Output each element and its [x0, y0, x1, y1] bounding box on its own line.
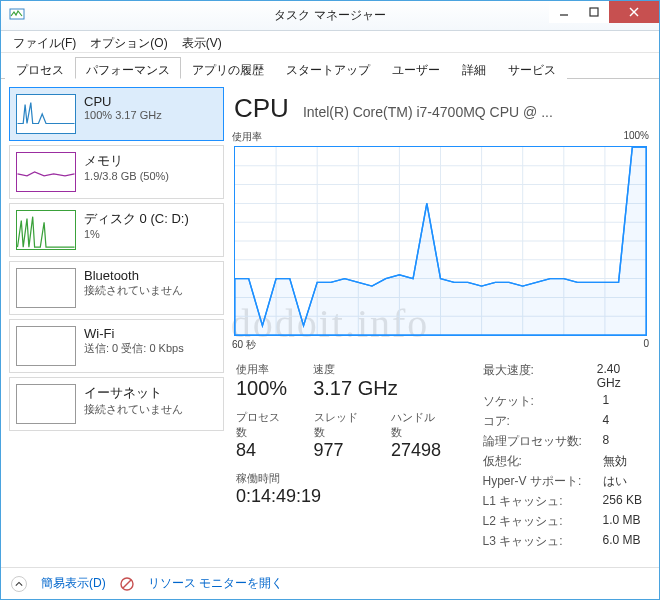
disk-thumb-icon — [16, 210, 76, 250]
spec-row-4: 仮想化:無効 — [483, 453, 645, 470]
svg-line-25 — [123, 580, 131, 588]
spec-row-2: コア:4 — [483, 413, 645, 430]
sidebar-item-label: イーサネット — [84, 384, 183, 402]
main-header: CPU Intel(R) Core(TM) i7-4700MQ CPU @ ..… — [230, 87, 651, 130]
resmon-icon — [120, 577, 134, 591]
net-thumb-icon — [16, 268, 76, 308]
stats-right: 最大速度:2.40 GHzソケット:1コア:4論理プロセッサ数:8仮想化:無効H… — [483, 362, 645, 550]
tab-1[interactable]: パフォーマンス — [75, 57, 181, 79]
stats-area: 使用率 100% 速度 3.17 GHz プロセス数 84 — [230, 352, 651, 550]
cpu-model: Intel(R) Core(TM) i7-4700MQ CPU @ ... — [303, 104, 553, 120]
stat-processes: プロセス数 84 — [236, 410, 288, 461]
tab-2[interactable]: アプリの履歴 — [181, 57, 275, 79]
main-panel: CPU Intel(R) Core(TM) i7-4700MQ CPU @ ..… — [230, 87, 651, 559]
chart-bottom-labels: 60 秒 0 — [230, 336, 651, 352]
window-buttons — [549, 1, 659, 23]
sidebar-item-sub: 1.9/3.8 GB (50%) — [84, 170, 169, 182]
stat-speed: 速度 3.17 GHz — [313, 362, 397, 400]
sidebar-item-cpu-0[interactable]: CPU100% 3.17 GHz — [9, 87, 224, 141]
sidebar-item-net-3[interactable]: Bluetooth接続されていません — [9, 261, 224, 315]
chart-top-right: 100% — [623, 130, 649, 144]
sidebar-item-net-5[interactable]: イーサネット接続されていません — [9, 377, 224, 431]
maximize-button[interactable] — [579, 1, 609, 23]
window-title: タスク マネージャー — [274, 7, 385, 24]
cpu-thumb-icon — [16, 94, 76, 134]
mem-thumb-icon — [16, 152, 76, 192]
menubar: ファイル(F) オプション(O) 表示(V) — [1, 31, 659, 53]
sidebar-item-mem-1[interactable]: メモリ1.9/3.8 GB (50%) — [9, 145, 224, 199]
stat-handles: ハンドル数 27498 — [391, 410, 443, 461]
spec-row-8: L3 キャッシュ:6.0 MB — [483, 533, 645, 550]
sidebar-item-label: CPU — [84, 94, 162, 109]
stat-threads: スレッド数 977 — [314, 410, 366, 461]
minimize-button[interactable] — [549, 1, 579, 23]
tab-0[interactable]: プロセス — [5, 57, 75, 79]
menu-option[interactable]: オプション(O) — [84, 33, 173, 52]
tab-4[interactable]: ユーザー — [381, 57, 451, 79]
chart-bottom-left: 60 秒 — [232, 338, 256, 352]
stat-usage: 使用率 100% — [236, 362, 287, 400]
stat-uptime: 稼働時間 0:14:49:19 — [236, 471, 443, 507]
fewer-details-link[interactable]: 簡易表示(D) — [41, 575, 106, 592]
spec-row-6: L1 キャッシュ:256 KB — [483, 493, 645, 510]
sidebar-item-sub: 100% 3.17 GHz — [84, 109, 162, 121]
net-thumb-icon — [16, 326, 76, 366]
sidebar-item-label: ディスク 0 (C: D:) — [84, 210, 189, 228]
spec-row-3: 論理プロセッサ数:8 — [483, 433, 645, 450]
net-thumb-icon — [16, 384, 76, 424]
sidebar-item-label: Wi-Fi — [84, 326, 184, 341]
chart-bottom-right: 0 — [643, 338, 649, 352]
spec-row-5: Hyper-V サポート:はい — [483, 473, 645, 490]
task-manager-window: タスク マネージャー ファイル(F) オプション(O) 表示(V) プロセスパフ… — [0, 0, 660, 600]
tabstrip: プロセスパフォーマンスアプリの履歴スタートアップユーザー詳細サービス — [1, 53, 659, 79]
spec-row-0: 最大速度:2.40 GHz — [483, 362, 645, 390]
chart-top-left: 使用率 — [232, 130, 262, 144]
tab-6[interactable]: サービス — [497, 57, 567, 79]
chart-top-labels: 使用率 100% — [230, 130, 651, 146]
stats-left: 使用率 100% 速度 3.17 GHz プロセス数 84 — [236, 362, 443, 550]
tab-3[interactable]: スタートアップ — [275, 57, 381, 79]
footer: 簡易表示(D) リソース モニターを開く — [1, 567, 659, 599]
sidebar-item-sub: 1% — [84, 228, 189, 240]
side-panel: CPU100% 3.17 GHzメモリ1.9/3.8 GB (50%)ディスク … — [9, 87, 224, 559]
spec-row-7: L2 キャッシュ:1.0 MB — [483, 513, 645, 530]
sidebar-item-sub: 接続されていません — [84, 402, 183, 417]
svg-rect-2 — [590, 8, 598, 16]
app-icon — [9, 8, 25, 24]
open-resource-monitor-link[interactable]: リソース モニターを開く — [148, 575, 283, 592]
sidebar-item-label: メモリ — [84, 152, 169, 170]
content-area: dodoit.info CPU100% 3.17 GHzメモリ1.9/3.8 G… — [1, 79, 659, 567]
sidebar-item-sub: 送信: 0 受信: 0 Kbps — [84, 341, 184, 356]
close-button[interactable] — [609, 1, 659, 23]
titlebar[interactable]: タスク マネージャー — [1, 1, 659, 31]
tab-5[interactable]: 詳細 — [451, 57, 497, 79]
resource-title: CPU — [234, 93, 289, 124]
menu-view[interactable]: 表示(V) — [176, 33, 228, 52]
sidebar-item-disk-2[interactable]: ディスク 0 (C: D:)1% — [9, 203, 224, 257]
sidebar-item-label: Bluetooth — [84, 268, 183, 283]
spec-row-1: ソケット:1 — [483, 393, 645, 410]
sidebar-item-sub: 接続されていません — [84, 283, 183, 298]
sidebar-item-net-4[interactable]: Wi-Fi送信: 0 受信: 0 Kbps — [9, 319, 224, 373]
usage-chart[interactable] — [234, 146, 647, 336]
menu-file[interactable]: ファイル(F) — [7, 33, 82, 52]
chevron-up-icon[interactable] — [11, 576, 27, 592]
